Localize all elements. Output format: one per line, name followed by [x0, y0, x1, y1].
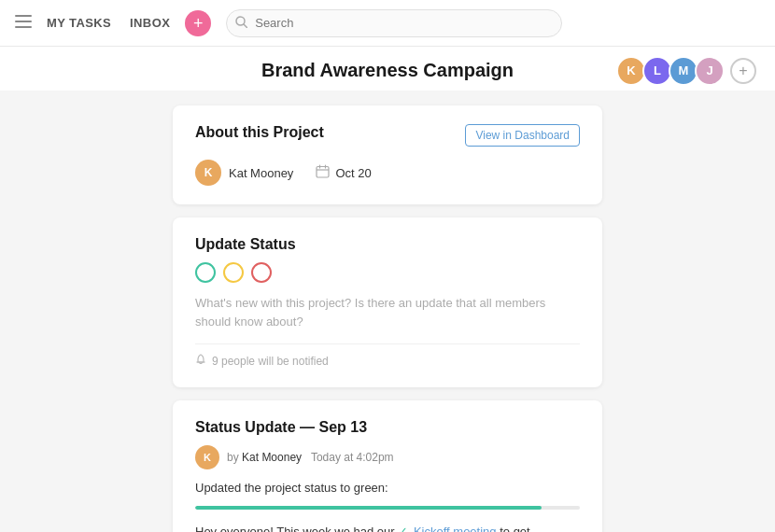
owner-name: Kat Mooney [229, 166, 293, 180]
body-before: Hey everyone! This week we had our [195, 525, 395, 532]
top-nav: MY TASKS INBOX + [0, 0, 775, 47]
kickoff-meeting-link[interactable]: Kickoff meeting [414, 525, 497, 532]
status-bar-fill [195, 506, 542, 510]
status-placeholder-text: What's new with this project? Is there a… [195, 294, 580, 330]
search-bar [226, 9, 562, 37]
svg-rect-1 [15, 21, 32, 22]
add-member-button[interactable]: + [730, 58, 756, 84]
owner-avatar: K [195, 160, 221, 186]
update-timestamp: Today at 4:02pm [311, 451, 394, 464]
author-avatar: K [195, 445, 219, 469]
status-green-label: Updated the project status to green: [195, 481, 580, 495]
view-dashboard-button[interactable]: View in Dashboard [465, 124, 580, 147]
status-update-card: Status Update — Sep 13 K by Kat Mooney T… [173, 400, 602, 532]
meta-date: Oct 20 [316, 164, 371, 181]
update-body: Hey everyone! This week we had our ✓ Kic… [195, 523, 580, 532]
author-name: Kat Mooney [242, 451, 302, 464]
main-content: About this Project View in Dashboard K K… [0, 91, 775, 532]
about-project-title: About this Project [195, 124, 324, 141]
svg-line-4 [244, 24, 247, 28]
header-avatars: K L M J + [616, 56, 756, 86]
calendar-icon [316, 164, 330, 181]
checkmark-icon: ✓ [398, 525, 408, 532]
by-label: by [227, 451, 239, 464]
status-bar-container [195, 506, 580, 510]
meta-owner: K Kat Mooney [195, 160, 293, 186]
page-header: Brand Awareness Campaign K L M J + [0, 47, 775, 91]
status-yellow[interactable] [223, 262, 244, 283]
nav-my-tasks[interactable]: MY TASKS [47, 16, 111, 30]
svg-rect-5 [317, 167, 329, 178]
nav-inbox[interactable]: INBOX [130, 16, 170, 30]
svg-rect-0 [15, 15, 32, 17]
update-status-title: Update Status [195, 236, 580, 253]
page-title: Brand Awareness Campaign [261, 60, 514, 81]
bell-icon [195, 354, 206, 369]
status-green[interactable] [195, 262, 216, 283]
update-status-card: Update Status What's new with this proje… [173, 217, 602, 387]
hamburger-icon[interactable] [15, 13, 32, 33]
status-red[interactable] [251, 262, 272, 283]
author-info: by Kat Mooney Today at 4:02pm [227, 451, 394, 464]
svg-rect-2 [15, 26, 32, 28]
about-project-card: About this Project View in Dashboard K K… [173, 105, 602, 204]
status-update-title: Status Update — Sep 13 [195, 419, 580, 436]
card-header-row: About this Project View in Dashboard [195, 124, 580, 147]
notification-text: 9 people will be notified [212, 355, 329, 368]
status-circles [195, 262, 580, 283]
nav-links: MY TASKS INBOX [47, 16, 170, 30]
search-input[interactable] [226, 9, 562, 37]
project-meta: K Kat Mooney Oct 20 [195, 160, 580, 186]
avatar-4[interactable]: J [695, 56, 725, 86]
nav-add-button[interactable]: + [185, 10, 211, 36]
project-date: Oct 20 [335, 166, 371, 180]
update-author-row: K by Kat Mooney Today at 4:02pm [195, 445, 580, 469]
notification-row: 9 people will be notified [195, 343, 580, 369]
search-icon [235, 16, 247, 31]
